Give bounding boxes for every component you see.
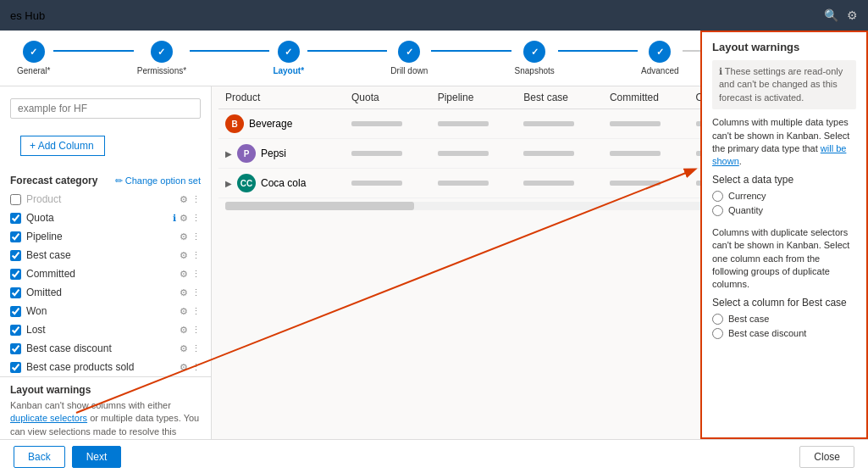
add-column-button[interactable]: + Add Column — [20, 136, 105, 156]
item-icons-quota: ℹ ⚙ ⋮ — [173, 213, 201, 224]
radio-label-bestcase-discount: Best case discount — [728, 328, 806, 338]
step-connector-1 — [53, 50, 133, 52]
item-icons-bestcase: ⚙ ⋮ — [180, 250, 201, 261]
col-header-bestcase: Best case — [517, 86, 603, 109]
gear-icon-won[interactable]: ⚙ — [180, 306, 188, 317]
checkbox-omitted[interactable] — [10, 287, 21, 298]
right-warnings-panel: Layout warnings ℹ These settings are rea… — [700, 86, 868, 439]
row-name-pepsi: ▶ P Pepsi — [225, 144, 338, 163]
avatar-pepsi: P — [237, 144, 256, 163]
gear-icon-product[interactable]: ⚙ — [180, 194, 188, 205]
drag-icon-lost[interactable]: ⋮ — [191, 325, 201, 336]
item-icons-bestcase-discount: ⚙ ⋮ — [180, 343, 201, 354]
drag-icon-bestcase-discount[interactable]: ⋮ — [191, 343, 201, 354]
cell-bar-cola-4 — [610, 181, 661, 186]
step-label-advanced: Advanced — [641, 66, 678, 75]
drag-icon-quota[interactable]: ⋮ — [191, 213, 201, 224]
gear-icon-committed[interactable]: ⚙ — [180, 269, 188, 280]
radio-input-bestcase-discount[interactable] — [712, 328, 723, 339]
info-icon-quota[interactable]: ℹ — [173, 213, 176, 224]
radio-input-bestcase[interactable] — [712, 314, 723, 325]
change-option-link[interactable]: ✏ Change option set — [115, 175, 201, 186]
checkbox-lost[interactable] — [10, 325, 21, 336]
change-option-label: Change option set — [125, 175, 201, 186]
bottom-warnings: Layout warnings Kanban can't show column… — [0, 376, 211, 439]
gear-icon-lost[interactable]: ⚙ — [180, 325, 188, 336]
row-name-beverage: B Beverage — [225, 114, 338, 133]
close-button[interactable]: Close — [799, 446, 854, 468]
drag-icon-product[interactable]: ⋮ — [191, 194, 201, 205]
gear-icon-omitted[interactable]: ⚙ — [180, 287, 188, 298]
duplicate-link[interactable]: duplicate selectors — [10, 413, 87, 423]
step-label-drilldown: Drill down — [390, 66, 428, 75]
drag-icon-bestcase-products[interactable]: ⋮ — [191, 362, 201, 373]
cell-bar-cola-2 — [438, 181, 489, 186]
item-icons-omitted: ⚙ ⋮ — [180, 287, 201, 298]
step-circle-layout: ✓ — [278, 41, 300, 63]
panel-header: Forecast category ✏ Change option set — [0, 168, 211, 190]
drag-icon-omitted[interactable]: ⋮ — [191, 287, 201, 298]
cell-bar-cola-1 — [351, 181, 402, 186]
checkbox-bestcase[interactable] — [10, 250, 21, 261]
step-circle-general: ✓ — [23, 41, 45, 63]
radio-input-quantity[interactable] — [712, 205, 723, 216]
right-warnings-info-text: These settings are read-only and can't b… — [719, 86, 843, 103]
drag-icon-committed[interactable]: ⋮ — [191, 269, 201, 280]
step-label-permissions: Permissions* — [137, 66, 186, 75]
gear-icon-bestcase-products[interactable]: ⚙ — [180, 362, 188, 373]
settings-icon[interactable]: ⚙ — [847, 8, 858, 22]
warning-section-2: Columns with duplicate selectors can't b… — [712, 226, 856, 341]
step-layout[interactable]: ✓ Layout* — [273, 41, 304, 75]
search-input[interactable] — [10, 98, 201, 119]
back-button[interactable]: Back — [14, 446, 65, 468]
expand-arrow-pepsi[interactable]: ▶ — [225, 149, 232, 159]
warning-section-title-2: Select a column for Best case — [712, 297, 856, 309]
checkbox-quota[interactable] — [10, 213, 21, 224]
step-circle-snapshots: ✓ — [523, 41, 545, 63]
label-product: Product — [26, 193, 174, 205]
step-circle-drilldown: ✓ — [398, 41, 420, 63]
row-name-cocacola: ▶ CC Coca cola — [225, 174, 338, 192]
row-label-pepsi: Pepsi — [261, 147, 286, 159]
item-icons-product: ⚙ ⋮ — [180, 194, 201, 205]
radio-label-currency: Currency — [728, 191, 766, 201]
footer: Back Next Close — [0, 439, 868, 473]
step-advanced[interactable]: ✓ Advanced — [641, 41, 678, 75]
gear-icon-bestcase[interactable]: ⚙ — [180, 250, 188, 261]
step-snapshots[interactable]: ✓ Snapshots — [515, 41, 555, 75]
checkbox-bestcase-discount[interactable] — [10, 343, 21, 354]
step-general[interactable]: ✓ General* — [17, 41, 50, 75]
item-icons-won: ⚙ ⋮ — [180, 306, 201, 317]
checkbox-won[interactable] — [10, 306, 21, 317]
search-icon[interactable]: 🔍 — [824, 8, 838, 22]
gear-icon-bestcase-discount[interactable]: ⚙ — [180, 343, 188, 354]
step-drilldown[interactable]: ✓ Drill down — [390, 41, 428, 75]
label-bestcase: Best case — [26, 249, 174, 261]
app-header: es Hub 🔍 ⚙ — [0, 0, 868, 31]
forecast-item-quota: Quota ℹ ⚙ ⋮ — [0, 209, 211, 227]
gear-icon-pipeline[interactable]: ⚙ — [180, 231, 188, 242]
checkbox-committed[interactable] — [10, 269, 21, 280]
label-bestcase-discount: Best case discount — [26, 342, 174, 354]
drag-icon-bestcase[interactable]: ⋮ — [191, 250, 201, 261]
step-connector-4 — [431, 50, 511, 52]
checkbox-bestcase-products[interactable] — [10, 362, 21, 373]
checkbox-pipeline[interactable] — [10, 231, 21, 242]
gear-icon-quota[interactable]: ⚙ — [180, 213, 188, 224]
radio-label-quantity: Quantity — [728, 205, 763, 215]
item-icons-pipeline: ⚙ ⋮ — [180, 231, 201, 242]
step-label-snapshots: Snapshots — [515, 66, 555, 75]
will-be-shown-link[interactable]: will be shown — [712, 143, 846, 166]
header-actions: 🔍 ⚙ — [824, 8, 858, 22]
expand-arrow-cocacola[interactable]: ▶ — [225, 179, 232, 188]
checkbox-product[interactable] — [10, 194, 21, 205]
drag-icon-won[interactable]: ⋮ — [191, 306, 201, 317]
step-circle-advanced: ✓ — [649, 41, 671, 63]
radio-input-currency[interactable] — [712, 191, 723, 202]
cell-bar-4 — [610, 121, 661, 126]
drag-icon-pipeline[interactable]: ⋮ — [191, 231, 201, 242]
label-lost: Lost — [26, 324, 174, 336]
forecast-item-bestcase-products: Best case products sold ⚙ ⋮ — [0, 358, 211, 376]
step-permissions[interactable]: ✓ Permissions* — [137, 41, 186, 75]
next-button[interactable]: Next — [72, 446, 122, 468]
